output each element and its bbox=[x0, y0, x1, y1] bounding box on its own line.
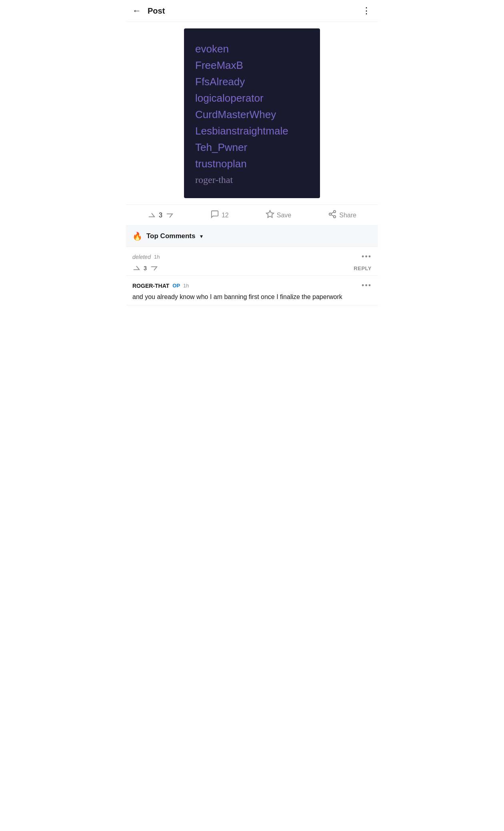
comment-vote-1: 3 bbox=[132, 264, 158, 272]
app-header: ← Post ⋮ bbox=[126, 0, 378, 22]
image-name-5: CurdMasterWhey bbox=[195, 107, 309, 122]
comment-header-1: deleted 1h ••• bbox=[132, 253, 372, 261]
comment-author-1: deleted bbox=[132, 254, 151, 260]
comment-header-2: ROGER-THAT OP 1h ••• bbox=[132, 281, 372, 290]
svg-point-2 bbox=[329, 213, 332, 215]
comment-2: ROGER-THAT OP 1h ••• and you already kno… bbox=[126, 276, 378, 305]
comment-more-1[interactable]: ••• bbox=[362, 253, 372, 261]
image-name-2: FreeMaxB bbox=[195, 58, 309, 73]
post-image-container: evoken FreeMaxB FfsAlready logicaloperat… bbox=[126, 22, 378, 205]
save-icon bbox=[266, 210, 274, 221]
image-name-1: evoken bbox=[195, 41, 309, 57]
comment-meta-2: ROGER-THAT OP 1h bbox=[132, 283, 189, 289]
svg-marker-0 bbox=[266, 211, 274, 217]
image-name-8: trustnoplan bbox=[195, 156, 309, 172]
reply-button-1[interactable]: REPLY bbox=[354, 265, 372, 271]
downvote-button[interactable] bbox=[166, 211, 174, 219]
share-icon bbox=[328, 210, 337, 221]
page-title: Post bbox=[148, 6, 165, 16]
flame-icon: 🔥 bbox=[132, 231, 142, 241]
image-name-3: FfsAlready bbox=[195, 74, 309, 90]
post-action-bar: 3 12 Save Share bbox=[126, 205, 378, 226]
save-label: Save bbox=[277, 212, 291, 219]
comment-time-1: 1h bbox=[154, 254, 160, 260]
more-options-button[interactable]: ⋮ bbox=[362, 6, 372, 16]
image-name-6: Lesbianstraightmale bbox=[195, 123, 309, 139]
comment-count: 12 bbox=[222, 212, 229, 219]
comment-author-2: ROGER-THAT bbox=[132, 283, 169, 289]
comment-downvote-1[interactable] bbox=[150, 264, 158, 272]
svg-point-1 bbox=[334, 211, 336, 213]
comment-meta-1: deleted 1h bbox=[132, 254, 160, 260]
vote-count: 3 bbox=[159, 212, 162, 219]
comment-icon bbox=[210, 210, 219, 221]
save-button[interactable]: Save bbox=[266, 210, 291, 221]
post-image: evoken FreeMaxB FfsAlready logicaloperat… bbox=[184, 28, 320, 198]
comment-1: deleted 1h ••• 3 REPLY bbox=[126, 247, 378, 276]
svg-point-3 bbox=[334, 216, 336, 218]
sort-label: Top Comments bbox=[146, 232, 195, 240]
op-badge: OP bbox=[172, 283, 180, 289]
comment-time-2: 1h bbox=[183, 283, 189, 289]
svg-line-4 bbox=[331, 215, 334, 216]
chevron-down-icon: ▾ bbox=[200, 233, 203, 239]
comment-vote-count-1: 3 bbox=[144, 265, 147, 271]
header-left: ← Post bbox=[132, 6, 165, 16]
image-name-9: roger-that bbox=[195, 173, 309, 187]
back-button[interactable]: ← bbox=[132, 6, 141, 16]
vote-section: 3 bbox=[148, 211, 174, 219]
svg-line-5 bbox=[331, 212, 334, 214]
image-name-7: Teh_Pwner bbox=[195, 140, 309, 155]
sort-bar[interactable]: 🔥 Top Comments ▾ bbox=[126, 226, 378, 247]
upvote-button[interactable] bbox=[148, 211, 156, 219]
image-name-4: logicaloperator bbox=[195, 90, 309, 106]
share-label: Share bbox=[339, 212, 356, 219]
comment-actions-1: 3 REPLY bbox=[132, 264, 372, 272]
comment-upvote-1[interactable] bbox=[132, 264, 140, 272]
share-button[interactable]: Share bbox=[328, 210, 356, 221]
comment-more-2[interactable]: ••• bbox=[362, 281, 372, 290]
comment-button[interactable]: 12 bbox=[210, 210, 229, 221]
comment-body-2: and you already know who I am banning fi… bbox=[132, 292, 372, 302]
